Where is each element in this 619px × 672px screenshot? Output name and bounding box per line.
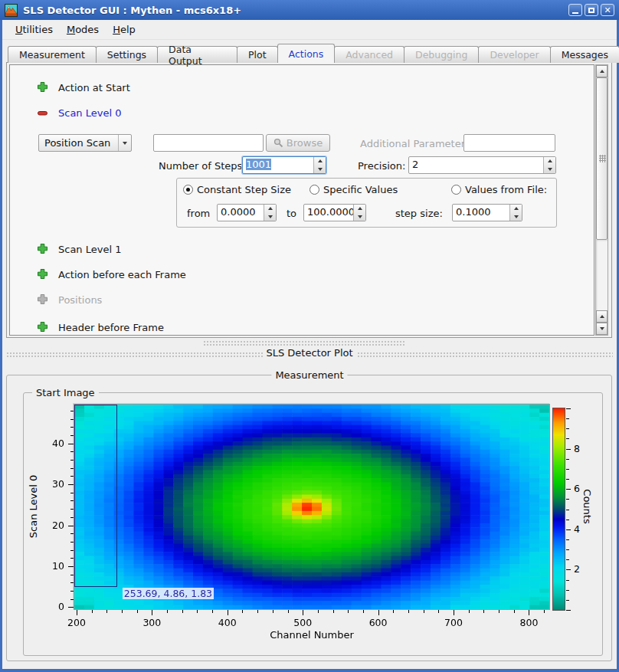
splitter-handle[interactable] (203, 340, 406, 346)
colorbar-tick (566, 449, 571, 450)
y-tick (70, 427, 74, 428)
menu-utilities[interactable]: Utilities (8, 21, 60, 38)
combo-arrow[interactable] (118, 135, 131, 151)
minimize-icon (572, 12, 578, 14)
tab-plot[interactable]: Plot (237, 46, 278, 63)
expand-plus-icon[interactable] (37, 243, 48, 254)
colorbar-tick (566, 459, 569, 460)
colorbar-tick (566, 569, 571, 570)
y-tick (68, 607, 74, 608)
dock-handle-right[interactable] (357, 352, 613, 357)
x-tick (348, 610, 349, 613)
scan-mode-select[interactable]: Position Scan (38, 134, 132, 152)
y-tick (68, 566, 74, 567)
vertical-scrollbar[interactable] (595, 64, 608, 336)
y-tick (70, 451, 74, 452)
spin-buttons[interactable] (313, 157, 326, 173)
constant-step-size-label[interactable]: Constant Step Size (197, 184, 291, 195)
colorbar-tick (566, 479, 569, 480)
x-tick (106, 610, 107, 613)
menu-help[interactable]: Help (106, 21, 142, 38)
y-tick (70, 493, 74, 493)
values-from-file-label[interactable]: Values from File: (465, 184, 547, 195)
close-button[interactable]: ✕ (601, 4, 614, 16)
colorbar-tick (566, 489, 571, 490)
y-tick (70, 575, 74, 575)
cursor-readout: 253.69, 4.86, 1.83 (123, 588, 214, 599)
step-size-value: 0.1000 (456, 206, 491, 218)
scan-mode-value: Position Scan (39, 137, 118, 149)
y-tick (68, 444, 74, 444)
scan-level-1-label[interactable]: Scan Level 1 (58, 244, 121, 255)
from-spinbox[interactable]: 0.0000 (217, 204, 277, 221)
menu-modes[interactable]: Modes (60, 21, 106, 38)
x-tick (514, 610, 515, 613)
close-icon: ✕ (604, 6, 611, 15)
values-from-file-radio[interactable] (451, 185, 461, 195)
expand-plus-icon[interactable] (37, 81, 48, 93)
x-tick (152, 610, 152, 615)
x-tick (122, 610, 123, 613)
number-of-steps-spinbox[interactable]: 1001 (242, 156, 326, 174)
zoom-selection-rect (74, 405, 117, 587)
colorbar-frame (552, 408, 565, 611)
x-tick (288, 610, 289, 613)
specific-values-label[interactable]: Specific Values (323, 184, 398, 195)
x-tick (333, 610, 334, 613)
colorbar-tick (566, 499, 569, 500)
tab-data-output[interactable]: Data Output (157, 46, 237, 63)
x-tick (228, 610, 228, 615)
tab-actions[interactable]: Actions (277, 44, 336, 63)
action-at-start-label[interactable]: Action at Start (58, 82, 130, 93)
scrollbar-grip (599, 155, 606, 162)
tab-measurement[interactable]: Measurement (8, 46, 97, 63)
tab-messages[interactable]: Messages (550, 46, 619, 63)
spin-buttons[interactable] (264, 205, 276, 221)
expand-plus-icon-disabled (37, 293, 48, 305)
window-controls: ✕ (566, 4, 614, 16)
collapse-minus-icon[interactable] (37, 107, 48, 119)
y-tick-label: 0 (43, 601, 64, 612)
scroll-down-button[interactable] (596, 323, 608, 335)
precision-spinbox[interactable]: 2 (408, 156, 556, 174)
spin-buttons[interactable] (353, 205, 365, 221)
spin-buttons[interactable] (509, 205, 522, 221)
constant-step-size-radio[interactable] (183, 185, 193, 195)
positions-label: Positions (58, 294, 102, 306)
scrollbar-track[interactable] (596, 240, 608, 310)
header-before-frame-label[interactable]: Header before Frame (58, 322, 164, 333)
dock-handle-left[interactable] (6, 352, 264, 357)
x-tick (363, 610, 364, 613)
y-tick (70, 509, 74, 510)
scrollbar-thumb[interactable] (596, 77, 608, 240)
scan-level-0-label[interactable]: Scan Level 0 (58, 107, 121, 119)
title-bar: SLS Detector GUI : Mythen - mcs6x18+ ✕ (0, 0, 619, 20)
x-tick (182, 610, 183, 613)
tab-debugging: Debugging (404, 46, 479, 63)
heatmap-canvas[interactable] (74, 405, 549, 609)
tab-settings[interactable]: Settings (96, 46, 158, 63)
x-tick (167, 610, 168, 613)
minimize-button[interactable] (568, 4, 582, 16)
colorbar-tick (566, 520, 569, 520)
colorbar-title: Counts (581, 489, 593, 523)
x-tick (438, 610, 439, 613)
action-before-each-frame-label[interactable]: Action before each Frame (58, 269, 186, 280)
x-tick (273, 610, 273, 613)
scroll-up-button[interactable] (596, 65, 608, 77)
spin-buttons[interactable] (543, 157, 555, 173)
expand-plus-icon[interactable] (37, 321, 48, 333)
maximize-button[interactable] (585, 4, 598, 16)
additional-parameter-input (463, 134, 555, 152)
to-spinbox[interactable]: 100.0000 (303, 204, 366, 221)
colorbar-tick (566, 438, 569, 439)
colorbar-tick-label: 8 (574, 443, 580, 454)
scroll-up-button-bottom[interactable] (596, 310, 608, 323)
scan-script-input[interactable] (153, 134, 264, 152)
expand-plus-icon[interactable] (37, 268, 48, 280)
maximize-icon (588, 8, 594, 13)
colorbar-tick (566, 418, 569, 419)
specific-values-radio[interactable] (310, 185, 319, 195)
x-tick (318, 610, 319, 613)
step-size-spinbox[interactable]: 0.1000 (452, 204, 522, 221)
